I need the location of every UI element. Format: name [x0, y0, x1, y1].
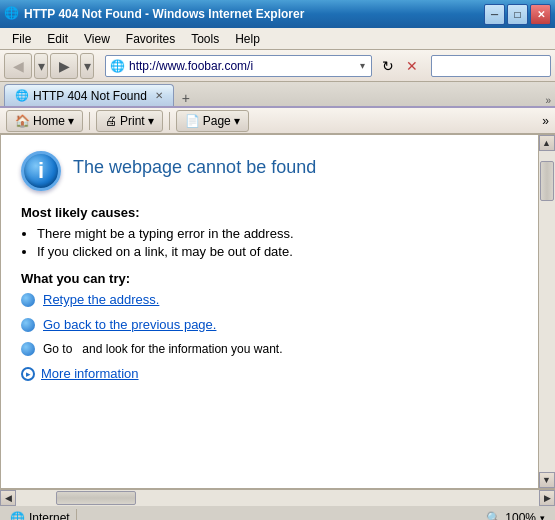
scroll-track-v[interactable]: [539, 151, 555, 472]
info-icon: i: [21, 151, 61, 191]
scroll-down-button[interactable]: ▼: [539, 472, 555, 488]
tab-overflow-button[interactable]: »: [545, 95, 551, 106]
active-tab[interactable]: 🌐 HTTP 404 Not Found ✕: [4, 84, 174, 106]
home-icon: 🏠: [15, 114, 30, 128]
page-button[interactable]: 📄 Page ▾: [176, 110, 249, 132]
address-bar: 🌐 ▾: [105, 55, 372, 77]
menu-tools[interactable]: Tools: [183, 30, 227, 48]
causes-section: Most likely causes: There might be a typ…: [21, 205, 518, 259]
zoom-level: 100%: [505, 511, 536, 521]
search-bar: 🔍: [431, 55, 551, 77]
status-zoom[interactable]: 🔍 100% ▾: [480, 509, 551, 521]
go-to-text: Go to and look for the information you w…: [43, 342, 282, 356]
print-label: Print: [120, 114, 145, 128]
more-info-section: ▸ More information: [21, 366, 518, 381]
toolbar-separator-2: [169, 112, 170, 130]
retype-link[interactable]: Retype the address.: [43, 292, 159, 307]
scroll-thumb-h[interactable]: [56, 491, 136, 505]
scroll-up-button[interactable]: ▲: [539, 135, 555, 151]
menu-file[interactable]: File: [4, 30, 39, 48]
forward-button[interactable]: ▶: [50, 53, 78, 79]
window-title: HTTP 404 Not Found - Windows Internet Ex…: [24, 7, 484, 21]
error-header: i The webpage cannot be found: [21, 151, 518, 191]
address-input[interactable]: [129, 59, 358, 73]
go-back-link[interactable]: Go back to the previous page.: [43, 317, 216, 332]
home-dropdown[interactable]: ▾: [68, 114, 74, 128]
page-content-area: i The webpage cannot be found Most likel…: [1, 135, 538, 488]
toolbar-more-button[interactable]: »: [542, 114, 549, 128]
scroll-left-button[interactable]: ◀: [0, 490, 16, 506]
secondary-toolbar: 🏠 Home ▾ 🖨 Print ▾ 📄 Page ▾ »: [0, 108, 555, 134]
scroll-right-button[interactable]: ▶: [539, 490, 555, 506]
cause-item-1: There might be a typing error in the add…: [37, 226, 518, 241]
print-button[interactable]: 🖨 Print ▾: [96, 110, 163, 132]
try-item-1: Retype the address.: [21, 292, 518, 307]
refresh-button[interactable]: ↻: [377, 55, 399, 77]
menu-help[interactable]: Help: [227, 30, 268, 48]
title-bar: 🌐 HTTP 404 Not Found - Windows Internet …: [0, 0, 555, 28]
zoom-dropdown-icon: ▾: [540, 513, 545, 521]
try-bullet-3: [21, 342, 35, 356]
cause-item-2: If you clicked on a link, it may be out …: [37, 244, 518, 259]
status-bar: 🌐 Internet 🔍 100% ▾: [0, 505, 555, 520]
try-label: What you can try:: [21, 271, 518, 286]
forward-dropdown[interactable]: ▾: [80, 53, 94, 79]
try-bullet-1: [21, 293, 35, 307]
page-label: Page: [203, 114, 231, 128]
browser-content: i The webpage cannot be found Most likel…: [0, 134, 555, 489]
back-dropdown[interactable]: ▾: [34, 53, 48, 79]
tab-close-button[interactable]: ✕: [155, 90, 163, 101]
navigation-toolbar: ◀ ▾ ▶ ▾ 🌐 ▾ ↻ ✕ 🔍: [0, 50, 555, 82]
menu-favorites[interactable]: Favorites: [118, 30, 183, 48]
menu-edit[interactable]: Edit: [39, 30, 76, 48]
print-dropdown[interactable]: ▾: [148, 114, 154, 128]
home-button[interactable]: 🏠 Home ▾: [6, 110, 83, 132]
menu-view[interactable]: View: [76, 30, 118, 48]
status-zone-text: Internet: [29, 511, 70, 521]
stop-button[interactable]: ✕: [401, 55, 423, 77]
window-controls: ─ □ ✕: [484, 4, 551, 25]
more-info-icon: ▸: [21, 367, 35, 381]
try-item-2: Go back to the previous page.: [21, 317, 518, 332]
page-dropdown[interactable]: ▾: [234, 114, 240, 128]
print-icon: 🖨: [105, 114, 117, 128]
horizontal-scrollbar: ◀ ▶: [0, 489, 555, 505]
try-bullet-2: [21, 318, 35, 332]
status-zone: 🌐 Internet: [4, 509, 77, 521]
close-button[interactable]: ✕: [530, 4, 551, 25]
zoom-icon: 🔍: [486, 511, 501, 521]
tab-bar: 🌐 HTTP 404 Not Found ✕ + »: [0, 82, 555, 108]
scroll-track-h[interactable]: [16, 490, 539, 506]
tab-label: HTTP 404 Not Found: [33, 89, 147, 103]
minimize-button[interactable]: ─: [484, 4, 505, 25]
globe-icon: 🌐: [10, 511, 25, 521]
try-item-3: Go to and look for the information you w…: [21, 342, 518, 356]
back-button[interactable]: ◀: [4, 53, 32, 79]
tab-icon: 🌐: [15, 89, 29, 102]
address-dropdown[interactable]: ▾: [358, 60, 367, 71]
menu-bar: File Edit View Favorites Tools Help: [0, 28, 555, 50]
vertical-scrollbar: ▲ ▼: [538, 135, 554, 488]
maximize-button[interactable]: □: [507, 4, 528, 25]
more-info-link[interactable]: More information: [41, 366, 139, 381]
home-label: Home: [33, 114, 65, 128]
search-input[interactable]: [436, 59, 555, 73]
scroll-thumb-v[interactable]: [540, 161, 554, 201]
toolbar-separator: [89, 112, 90, 130]
address-icon: 🌐: [110, 59, 125, 73]
causes-label: Most likely causes:: [21, 205, 518, 220]
causes-list: There might be a typing error in the add…: [37, 226, 518, 259]
window-icon: 🌐: [4, 6, 20, 22]
error-title: The webpage cannot be found: [73, 157, 316, 178]
try-section: What you can try: Retype the address. Go…: [21, 271, 518, 356]
page-icon: 📄: [185, 114, 200, 128]
new-tab-button[interactable]: +: [178, 90, 194, 106]
